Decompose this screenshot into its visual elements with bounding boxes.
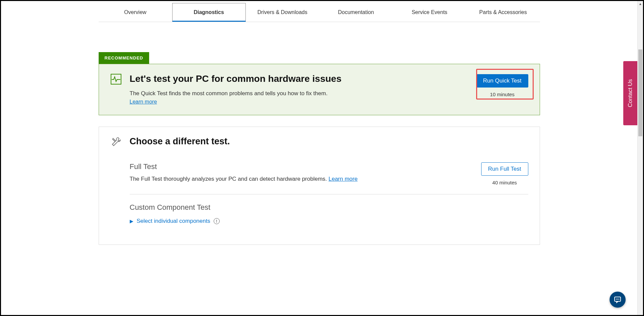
caret-right-icon: ▶ xyxy=(130,218,133,224)
tab-parts[interactable]: Parts & Accessories xyxy=(466,3,540,22)
alt-tests-title: Choose a different test. xyxy=(130,136,230,147)
scrollbar-thumb[interactable] xyxy=(638,49,642,136)
custom-test-title: Custom Component Test xyxy=(130,203,481,212)
tab-documentation[interactable]: Documentation xyxy=(319,3,393,22)
scrollbar-up-arrow-icon[interactable]: ▲ xyxy=(638,1,643,7)
tools-icon xyxy=(110,136,122,149)
full-test-duration: 40 minutes xyxy=(481,180,528,185)
alternative-tests-card: Choose a different test. Full Test The F… xyxy=(99,127,540,245)
tab-service-events[interactable]: Service Events xyxy=(393,3,466,22)
chat-icon xyxy=(614,296,622,304)
tab-drivers[interactable]: Drivers & Downloads xyxy=(246,3,319,22)
run-full-test-button[interactable]: Run Full Test xyxy=(481,162,528,176)
contact-us-tab[interactable]: Contact Us xyxy=(623,61,637,125)
run-quick-test-button[interactable]: Run Quick Test xyxy=(476,74,528,88)
quick-test-duration: 10 minutes xyxy=(476,92,528,97)
full-test-title: Full Test xyxy=(130,162,481,171)
tabs-bar: Overview Diagnostics Drivers & Downloads… xyxy=(99,3,540,22)
recommended-learn-more-link[interactable]: Learn more xyxy=(130,99,157,105)
custom-test-row: Custom Component Test ▶ Select individua… xyxy=(130,194,528,233)
heartbeat-icon xyxy=(110,73,122,105)
recommended-badge: RECOMMENDED xyxy=(99,52,149,64)
tab-overview[interactable]: Overview xyxy=(99,3,172,22)
vertical-scrollbar[interactable]: ▲ xyxy=(637,1,643,315)
chat-button[interactable] xyxy=(610,292,626,308)
full-test-row: Full Test The Full Test thoroughly analy… xyxy=(130,159,528,194)
recommended-title: Let's test your PC for common hardware i… xyxy=(130,73,469,84)
select-components-link[interactable]: ▶ Select individual components ! xyxy=(130,218,220,224)
recommended-card: Let's test your PC for common hardware i… xyxy=(99,64,540,115)
full-test-learn-more-link[interactable]: Learn more xyxy=(329,176,358,182)
info-icon[interactable]: ! xyxy=(214,218,220,224)
tab-diagnostics[interactable]: Diagnostics xyxy=(172,3,246,22)
full-test-desc: The Full Test thoroughly analyzes your P… xyxy=(130,176,481,182)
recommended-desc: The Quick Test finds the most common pro… xyxy=(130,90,469,97)
